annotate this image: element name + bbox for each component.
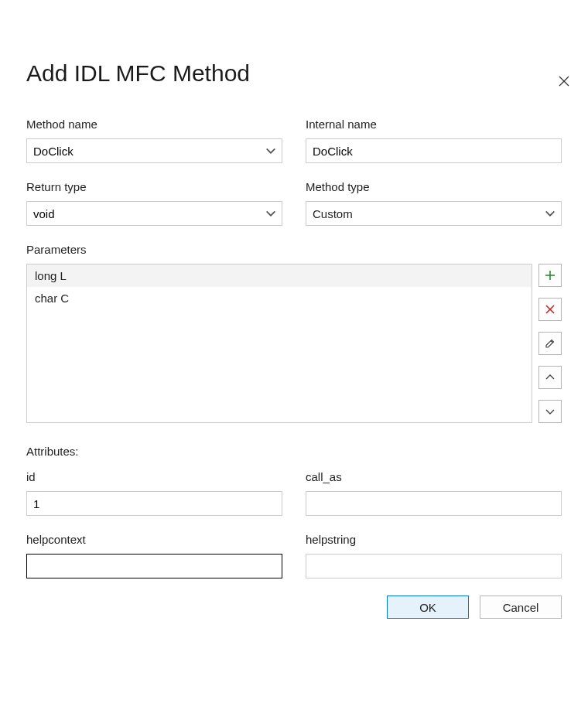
internal-name-label: Internal name (306, 118, 562, 131)
parameters-list-item[interactable]: char C (27, 287, 532, 309)
method-name-group: Method name (26, 118, 282, 163)
id-field[interactable] (26, 491, 282, 516)
close-icon (559, 76, 569, 87)
chevron-down-icon[interactable] (544, 207, 556, 220)
call-as-label: call_as (306, 470, 562, 483)
parameters-button-column (538, 264, 562, 423)
parameters-list-item[interactable]: long L (27, 264, 532, 287)
id-input[interactable] (33, 492, 275, 515)
return-type-label: Return type (26, 180, 282, 193)
attributes-label: Attributes: (26, 445, 562, 458)
move-down-button[interactable] (538, 400, 562, 423)
method-type-group: Method type Custom (306, 180, 562, 226)
dialog-button-row: OK Cancel (26, 596, 562, 619)
helpcontext-field[interactable] (26, 554, 282, 578)
x-icon (544, 303, 556, 316)
chevron-down-icon (544, 405, 556, 418)
internal-name-input[interactable] (313, 139, 555, 162)
helpcontext-group: helpcontext (26, 533, 282, 578)
return-type-input[interactable] (33, 202, 258, 225)
move-up-button[interactable] (538, 366, 562, 389)
remove-parameter-button[interactable] (538, 298, 562, 321)
helpstring-group: helpstring (306, 533, 562, 578)
internal-name-field[interactable] (306, 138, 562, 163)
add-idl-mfc-method-dialog: Add IDL MFC Method Method name Internal … (0, 60, 588, 703)
close-button[interactable] (557, 74, 571, 88)
plus-icon (544, 269, 556, 282)
call-as-input[interactable] (313, 492, 555, 515)
return-type-group: Return type (26, 180, 282, 226)
ok-button[interactable]: OK (387, 596, 469, 619)
internal-name-group: Internal name (306, 118, 562, 163)
method-type-select[interactable]: Custom (306, 201, 562, 226)
helpcontext-label: helpcontext (26, 533, 282, 546)
edit-parameter-button[interactable] (538, 332, 562, 355)
return-type-combo[interactable] (26, 201, 282, 226)
method-name-label: Method name (26, 118, 282, 131)
chevron-down-icon[interactable] (265, 207, 277, 220)
chevron-down-icon[interactable] (265, 145, 277, 157)
id-label: id (26, 470, 282, 483)
row-attr-1: id call_as (26, 470, 562, 516)
row-name: Method name Internal name (26, 118, 562, 163)
parameters-area: long Lchar C (26, 264, 562, 423)
row-attr-2: helpcontext helpstring (26, 533, 562, 578)
method-name-combo[interactable] (26, 138, 282, 163)
pencil-icon (544, 337, 556, 350)
call-as-field[interactable] (306, 491, 562, 516)
helpcontext-input[interactable] (33, 555, 275, 578)
chevron-up-icon (544, 371, 556, 384)
row-type: Return type Method type Custom (26, 180, 562, 226)
add-parameter-button[interactable] (538, 264, 562, 287)
cancel-button[interactable]: Cancel (480, 596, 562, 619)
method-type-value: Custom (313, 207, 555, 220)
helpstring-field[interactable] (306, 554, 562, 578)
id-group: id (26, 470, 282, 516)
helpstring-input[interactable] (313, 555, 555, 578)
dialog-title: Add IDL MFC Method (26, 60, 562, 87)
method-type-label: Method type (306, 180, 562, 193)
call-as-group: call_as (306, 470, 562, 516)
parameters-label: Parameters (26, 243, 562, 256)
parameters-listbox[interactable]: long Lchar C (26, 264, 532, 423)
helpstring-label: helpstring (306, 533, 562, 546)
method-name-input[interactable] (33, 139, 258, 162)
